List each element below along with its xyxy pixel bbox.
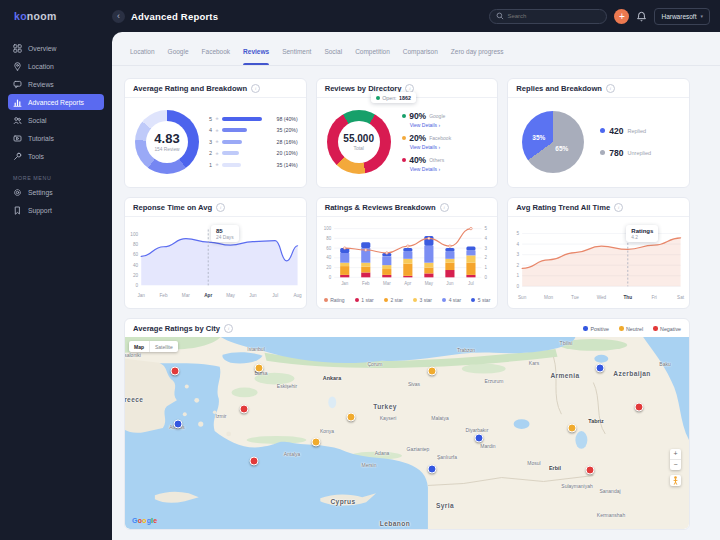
svg-text:May: May bbox=[226, 293, 235, 298]
rating-trend-tooltip: Ratings 4.2 bbox=[626, 225, 658, 242]
map-marker-negative[interactable] bbox=[635, 403, 644, 412]
star-icon: ★ bbox=[215, 139, 219, 144]
zoom-out-button[interactable]: − bbox=[670, 460, 681, 470]
response-time-chart: 100806040200JanFebMarAprMayJunJulAug 85 … bbox=[125, 217, 306, 308]
map-label-diyarbak-r: Diyarbakır bbox=[466, 427, 489, 433]
bar-chart-icon bbox=[13, 98, 22, 107]
sidebar-item-advanced-reports[interactable]: Advanced Reports bbox=[8, 94, 104, 110]
map-terrain bbox=[125, 337, 689, 529]
map-marker-negative[interactable] bbox=[240, 405, 249, 414]
rating-value: 20 (10%) bbox=[265, 150, 298, 156]
sidebar-item-reviews[interactable]: Reviews bbox=[8, 76, 104, 92]
map-marker-negative[interactable] bbox=[586, 466, 595, 475]
info-icon[interactable]: i bbox=[614, 203, 623, 212]
sidebar-item-location[interactable]: Location bbox=[8, 58, 104, 74]
sidebar-item-label: Overview bbox=[28, 45, 56, 52]
bell-icon[interactable] bbox=[636, 11, 647, 22]
card-title: Replies and Breakdown bbox=[516, 84, 602, 93]
tab-google[interactable]: Google bbox=[168, 38, 189, 65]
street-view-pegman[interactable] bbox=[670, 475, 681, 486]
replies-legend-unreplied: 780Unreplied bbox=[600, 148, 651, 158]
average-score: 4.83 bbox=[154, 131, 179, 146]
tab-comparison[interactable]: Comparison bbox=[403, 38, 438, 65]
search-icon bbox=[496, 12, 504, 20]
map-label-lebanon: Lebanon bbox=[380, 520, 410, 527]
map-marker-positive[interactable] bbox=[174, 420, 183, 429]
satellite-button[interactable]: Satellite bbox=[149, 341, 178, 352]
map-marker-neutral[interactable] bbox=[255, 364, 264, 373]
map-button[interactable]: Map bbox=[129, 341, 149, 352]
info-icon[interactable]: i bbox=[216, 203, 225, 212]
map-label-konya: Konya bbox=[320, 428, 334, 434]
map-legend-negative: Negative bbox=[653, 326, 681, 332]
svg-text:Feb: Feb bbox=[362, 281, 370, 286]
map-marker-neutral[interactable] bbox=[568, 424, 577, 433]
page-title: Advanced Reports bbox=[131, 11, 218, 22]
svg-text:20: 20 bbox=[326, 265, 331, 270]
card-average-rating: Average Rating and Breakdowni 4.83 154 R… bbox=[124, 78, 307, 188]
map-marker-neutral[interactable] bbox=[347, 413, 356, 422]
tab-location[interactable]: Location bbox=[130, 38, 155, 65]
map-label-erbil: Erbil bbox=[549, 465, 561, 471]
info-icon[interactable]: i bbox=[224, 324, 233, 333]
view-details-link[interactable]: View Details › bbox=[410, 122, 492, 128]
app-logo[interactable]: konoom bbox=[0, 10, 112, 22]
sidebar-item-label: Settings bbox=[28, 189, 53, 196]
sidebar-item-tutorials[interactable]: Tutorials bbox=[8, 130, 104, 146]
svg-text:100: 100 bbox=[130, 232, 138, 237]
zoom-in-button[interactable]: + bbox=[670, 449, 681, 460]
svg-text:80: 80 bbox=[326, 236, 331, 241]
info-icon[interactable]: i bbox=[440, 203, 449, 212]
svg-text:Apr: Apr bbox=[204, 293, 212, 298]
total-reviews: 55.000 bbox=[343, 133, 374, 144]
map-label-sanandaj: Sanandaj bbox=[599, 488, 620, 494]
tab-competition[interactable]: Competition bbox=[355, 38, 390, 65]
map-label-trabzon: Trabzon bbox=[457, 347, 475, 353]
rating-row-1-star: 1★35 (14%) bbox=[208, 162, 298, 168]
sidebar-item-overview[interactable]: Overview bbox=[8, 40, 104, 56]
card-reviews-by-directory: Reviews by Directoryi 55.000 Total 90%Go… bbox=[316, 78, 499, 188]
view-details-link[interactable]: View Details › bbox=[410, 144, 492, 150]
map-marker-negative[interactable] bbox=[250, 457, 259, 466]
rating-row-2-star: 2★20 (10%) bbox=[208, 150, 298, 156]
tab-sentiment[interactable]: Sentiment bbox=[282, 38, 311, 65]
info-icon[interactable]: i bbox=[606, 84, 615, 93]
map-marker-positive[interactable] bbox=[475, 434, 484, 443]
map-marker-neutral[interactable] bbox=[428, 367, 437, 376]
card-title: Reponse Time on Avg bbox=[133, 203, 212, 212]
map-label-istanbul: Istanbul bbox=[247, 346, 265, 352]
rating-bar bbox=[222, 128, 247, 132]
account-menu[interactable]: Harwaresoft▾ bbox=[654, 8, 710, 25]
rating-bar bbox=[222, 163, 241, 167]
svg-text:1: 1 bbox=[517, 273, 520, 278]
legend-dot bbox=[653, 326, 658, 331]
view-details-link[interactable]: View Details › bbox=[410, 166, 492, 172]
map-marker-neutral[interactable] bbox=[312, 438, 321, 447]
directory-donut-chart: 55.000 Total bbox=[327, 110, 391, 174]
sidebar-item-tools[interactable]: Tools bbox=[8, 148, 104, 164]
add-button[interactable]: + bbox=[614, 9, 629, 24]
google-watermark: Google bbox=[132, 517, 157, 524]
card-ratings-breakdown: Ratings & Reviews Breakdowni 10080604020… bbox=[316, 197, 499, 309]
replies-legend-replied: 420Replied bbox=[600, 126, 651, 136]
svg-text:Jun: Jun bbox=[249, 293, 257, 298]
map-label-baku: Baku bbox=[659, 361, 670, 367]
sidebar-item-settings[interactable]: Settings bbox=[8, 184, 104, 200]
search-box[interactable] bbox=[489, 9, 607, 24]
tab-zero-day-progress[interactable]: Zero day progress bbox=[451, 38, 504, 65]
search-input[interactable] bbox=[507, 13, 600, 19]
sidebar-item-social[interactable]: Social bbox=[8, 112, 104, 128]
map-marker-negative[interactable] bbox=[171, 367, 180, 376]
map-marker-positive[interactable] bbox=[596, 364, 605, 373]
map-marker-positive[interactable] bbox=[428, 465, 437, 474]
tab-reviews[interactable]: Reviews bbox=[243, 38, 269, 65]
tab-facebook[interactable]: Facebook bbox=[202, 38, 231, 65]
map[interactable]: ThessalonikiGreeceAthensIstanbulBursaEsk… bbox=[125, 337, 689, 529]
tab-social[interactable]: Social bbox=[324, 38, 342, 65]
sidebar-item-support[interactable]: Support bbox=[8, 202, 104, 218]
back-button[interactable]: ‹ bbox=[112, 10, 125, 23]
svg-text:Fri: Fri bbox=[652, 295, 657, 300]
map-label-mosul: Mosul bbox=[527, 460, 540, 466]
info-icon[interactable]: i bbox=[251, 84, 260, 93]
map-label-ankara: Ankara bbox=[323, 375, 341, 381]
